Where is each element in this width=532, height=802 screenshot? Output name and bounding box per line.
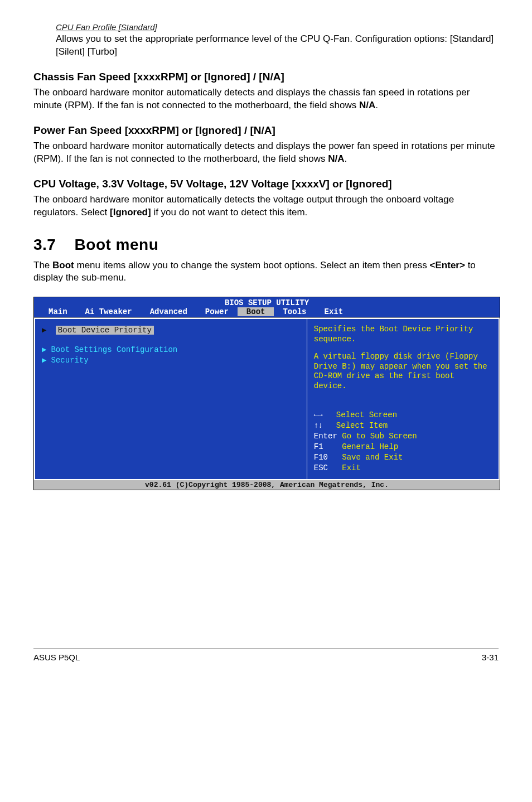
triangle-icon: ▶ [42, 326, 46, 335]
triangle-icon: ▶ [42, 355, 46, 365]
bios-key-legend: ←→ Select Screen ↑↓ Select Item Enter Go… [314, 410, 492, 473]
bios-tab-power[interactable]: Power [196, 307, 238, 316]
bios-tab-boot[interactable]: Boot [238, 307, 274, 316]
bios-tab-main[interactable]: Main [40, 307, 76, 316]
bios-screenshot: BIOS SETUP UTILITY Main Ai Tweaker Advan… [33, 297, 500, 490]
bios-menu-panel: ▶ Boot Device Priority ▶ Boot Settings C… [34, 318, 307, 480]
bios-tab-exit[interactable]: Exit [315, 307, 352, 316]
cpu-fan-profile-label: CPU Fan Profile [Standard] [56, 22, 499, 32]
bios-help-text-2: A virtual floppy disk drive (Floppy Driv… [314, 352, 492, 391]
bios-item-boot-priority[interactable]: ▶ Boot Device Priority [42, 325, 300, 336]
bios-tab-bar: Main Ai Tweaker Advanced Power Boot Tool… [34, 307, 500, 317]
bios-tab-aitweaker[interactable]: Ai Tweaker [76, 307, 141, 316]
bios-title: BIOS SETUP UTILITY [34, 297, 500, 307]
bios-footer: v02.61 (C)Copyright 1985-2008, American … [34, 480, 500, 490]
footer-right: 3-31 [482, 653, 499, 662]
page-footer: ASUS P5QL 3-31 [33, 649, 499, 662]
power-fan-text: The onboard hardware monitor automatical… [33, 140, 499, 166]
bios-help-panel: Specifies the Boot Device Priority seque… [307, 318, 500, 480]
chapter-intro: The Boot menu items allow you to change … [33, 259, 499, 285]
power-fan-heading: Power Fan Speed [xxxxRPM] or [Ignored] /… [33, 124, 499, 137]
voltage-text: The onboard hardware monitor automatical… [33, 194, 499, 219]
chassis-fan-heading: Chassis Fan Speed [xxxxRPM] or [Ignored]… [33, 71, 499, 83]
chassis-fan-text: The onboard hardware monitor automatical… [33, 86, 499, 112]
voltage-heading: CPU Voltage, 3.3V Voltage, 5V Voltage, 1… [33, 178, 499, 190]
bios-tab-tools[interactable]: Tools [274, 307, 315, 316]
bios-tab-advanced[interactable]: Advanced [141, 307, 196, 316]
bios-help-text-1: Specifies the Boot Device Priority seque… [314, 325, 492, 344]
bios-item-security[interactable]: ▶ Security [42, 355, 300, 365]
bios-item-boot-settings[interactable]: ▶ Boot Settings Configuration [42, 345, 300, 354]
footer-left: ASUS P5QL [33, 653, 80, 662]
chapter-heading: 3.7 Boot menu [33, 236, 499, 254]
cpu-fan-profile-text: Allows you to set the appropriate perfor… [56, 33, 499, 59]
triangle-icon: ▶ [42, 345, 46, 354]
cpu-fan-profile-block: CPU Fan Profile [Standard] Allows you to… [56, 22, 499, 59]
